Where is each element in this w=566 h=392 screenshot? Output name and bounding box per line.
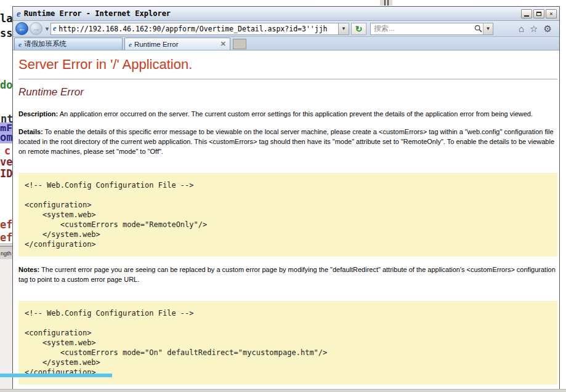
background-code-fragment: ss (0, 27, 12, 39)
background-code-fragment: la (0, 12, 12, 25)
title-divider (18, 79, 557, 79)
toolbar-icons: ⌂ ☆ ⚙ (519, 24, 557, 33)
window-controls: ✕ (521, 9, 557, 18)
back-button[interactable]: ← (15, 22, 28, 35)
error-page: Server Error in '/' Application. Runtime… (13, 50, 559, 390)
notes-label: Notes: (18, 266, 39, 273)
background-window-edge (0, 389, 566, 392)
screen: lassdontmEomcveIDefef ngth e Runtime Err… (0, 0, 566, 392)
code-sample-remoteonly: <!-- Web.Config Configuration File --> <… (18, 173, 557, 257)
annotation-line (0, 374, 112, 377)
search-placeholder: 搜索... (374, 23, 473, 34)
tab-label: 请假加班系统 (24, 39, 67, 49)
recent-pages-dropdown[interactable]: ▼ (44, 26, 51, 32)
background-code-fragment: do (0, 79, 12, 91)
ie-logo-icon: e (17, 9, 21, 18)
back-arrow-icon: ← (18, 24, 26, 33)
home-button[interactable]: ⌂ (519, 24, 524, 33)
tab-label: Runtime Error (134, 41, 179, 48)
description-text: An application error occurred on the ser… (60, 110, 533, 118)
details-paragraph: Details: To enable the details of this s… (18, 127, 557, 157)
tab-favicon-icon: e (129, 41, 132, 48)
refresh-icon: ↻ (355, 24, 363, 34)
description-paragraph: Description: An application error occurr… (18, 110, 557, 119)
error-subtitle: Runtime Error (18, 86, 557, 98)
minimize-button[interactable] (521, 9, 532, 18)
search-dropdown-button[interactable]: ▼ (483, 23, 493, 34)
tab-leave-system[interactable]: e 请假加班系统 (14, 38, 123, 50)
minimize-icon (524, 15, 529, 17)
details-label: Details: (18, 128, 43, 135)
refresh-button[interactable]: ↻ (351, 23, 366, 35)
window-title: Runtime Error - Internet Explorer (24, 9, 171, 18)
details-text: To enable the details of this specific e… (18, 128, 554, 155)
background-code-fragment: ef (0, 218, 12, 231)
ie-window: e Runtime Error - Internet Explorer ✕ ← … (12, 6, 560, 389)
favorites-button[interactable]: ☆ (530, 24, 538, 33)
search-icon[interactable] (473, 25, 483, 33)
background-panel (0, 259, 12, 389)
tools-button[interactable]: ⚙ (544, 24, 552, 33)
tab-runtime-error[interactable]: e Runtime Error ✕ (124, 38, 230, 50)
close-button[interactable]: ✕ (546, 9, 557, 18)
background-divider (0, 244, 12, 247)
new-tab-button[interactable] (233, 39, 246, 49)
forward-button[interactable]: → (30, 22, 42, 35)
tab-favicon-icon: e (18, 41, 22, 48)
background-code-fragment: ID (0, 167, 12, 180)
address-dropdown-button[interactable]: ▼ (339, 23, 349, 35)
background-code-fragment: ve (0, 156, 12, 168)
maximize-icon (536, 12, 541, 16)
page-title: Server Error in '/' Application. (18, 57, 557, 73)
notes-text: The current error page you are seeing ca… (18, 266, 556, 283)
address-bar[interactable]: e http://192.168.46.162:90/appform/Overt… (51, 23, 339, 35)
url-text: http://192.168.46.162:90/appform/Overtim… (59, 25, 327, 33)
tab-close-icon[interactable]: ✕ (220, 40, 226, 48)
maximize-button[interactable] (533, 9, 544, 18)
search-box[interactable]: 搜索... ▼ (370, 23, 493, 35)
background-code-fragment: ef (0, 231, 12, 244)
page-favicon-icon: e (53, 24, 56, 33)
background-code-fragment: c (4, 145, 10, 157)
description-label: Description: (18, 110, 58, 118)
background-code-fragment: om (0, 131, 12, 143)
tab-bar: e 请假加班系统 e Runtime Error ✕ (13, 37, 559, 50)
forward-arrow-icon: → (32, 24, 40, 33)
code-sample-customredirect: <!-- Web.Config Configuration File --> <… (18, 301, 557, 385)
background-statusbar: ngth (0, 247, 12, 259)
title-bar[interactable]: e Runtime Error - Internet Explorer ✕ (13, 7, 559, 21)
navigation-bar: ← → ▼ e http://192.168.46.162:90/appform… (13, 21, 559, 37)
background-status-text: ngth (1, 250, 12, 257)
window-resize-handle-icon[interactable] (380, 0, 392, 6)
notes-paragraph: Notes: The current error page you are se… (18, 265, 557, 285)
